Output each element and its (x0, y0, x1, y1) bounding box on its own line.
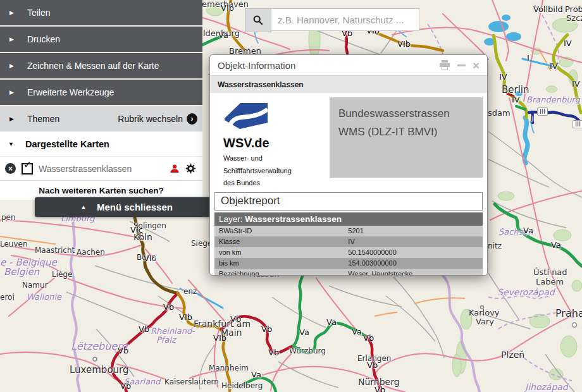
waterway-mdk-vb (367, 337, 381, 392)
minimize-button[interactable] (457, 64, 466, 66)
wsv-org-line: Schifffahrtsverwaltung (223, 166, 330, 176)
waterway-spree-iii (529, 112, 581, 123)
remove-layer-icon[interactable]: × (5, 163, 16, 174)
sidebar-item-label: Erweiterte Werkzeuge (27, 87, 114, 97)
search-button[interactable] (245, 8, 271, 32)
sidebar-section-dargestellte-karten[interactable]: ▼ Dargestellte Karten (0, 132, 202, 157)
dialog-title: Objekt-Information (218, 60, 439, 71)
attribute-row: bis km154.003000000 (214, 258, 483, 269)
sidebar-menu: ▶ Teilen ▶ Drucken ▶ Zeichnen & Messen a… (0, 0, 202, 200)
wsv-org-line: des Bundes (223, 178, 330, 188)
attribute-key: Klasse (219, 238, 348, 246)
search-input[interactable] (271, 8, 419, 31)
wsv-org-line: Wasser- und (223, 154, 330, 163)
chevron-right-icon: ▶ (9, 36, 14, 42)
layer-name-label: Wasserstrassenklassen (39, 164, 164, 174)
wsv-logo-block: WSV.de Wasser- und Schifffahrtsverwaltun… (214, 97, 330, 188)
sidebar-item-label: Drucken (27, 34, 60, 44)
chevron-down-icon: ▼ (8, 141, 14, 147)
rubrik-wechseln-label: Rubrik wechseln (118, 114, 183, 124)
dialog-header[interactable]: Objekt-Information × (210, 55, 487, 75)
search-more-maps-label: Nach weiteren Karten suchen? (39, 186, 163, 195)
waterway-main-va (294, 323, 367, 353)
checkmark-icon: ✓ (23, 159, 32, 171)
wsv-logo-icon (223, 101, 269, 130)
sidebar-item-zeichnen-messen[interactable]: ▶ Zeichnen & Messen auf der Karte (0, 53, 202, 78)
waterway-mosel-vb (112, 293, 178, 392)
chevron-up-icon: ▲ (80, 204, 87, 211)
dialog-subtitle: Wasserstrassenklassen (218, 80, 304, 89)
section-label: Dargestellte Karten (25, 139, 109, 149)
waterway-main-vb (221, 316, 294, 353)
attribute-table: Layer: Wasserstrassenklassen BWaStr-ID52… (214, 212, 483, 276)
dialog-subtitle-bar: Wasserstrassenklassen (210, 75, 487, 93)
sidebar-item-themen[interactable]: ▶ Themen Rubrik wechseln › (0, 106, 202, 132)
close-menu-button[interactable]: ▲ Menü schliessen (35, 197, 218, 217)
attribute-row: BezeichnungWeser, Hauptstrecke (214, 269, 483, 276)
gear-icon (185, 163, 196, 174)
attribute-key: bis km (219, 259, 348, 267)
waterway-va-nw (201, 36, 223, 46)
town-markers (93, 306, 577, 362)
map-search (245, 8, 419, 32)
sidebar-item-drucken[interactable]: ▶ Drucken (0, 27, 202, 52)
sidebar-item-label: Teilen (27, 8, 51, 18)
attribute-key: BWaStr-ID (219, 227, 348, 235)
sidebar-item-teilen[interactable]: ▶ Teilen (0, 0, 202, 25)
close-dialog-button[interactable]: × (473, 59, 480, 71)
attribute-row: KlasseIV (214, 236, 483, 247)
chevron-right-icon: ▶ (9, 9, 14, 16)
chevron-circle-icon: › (187, 113, 197, 125)
layer-row: × ✓ Wasserstrassenklassen (0, 157, 202, 181)
sidebar-item-label: Zeichnen & Messen auf der Karte (27, 61, 159, 71)
sidebar-item-erweiterte-werkzeuge[interactable]: ▶ Erweiterte Werkzeuge (0, 80, 202, 105)
person-icon (170, 164, 180, 174)
attribute-row: BWaStr-ID5201 (214, 226, 483, 236)
layer-settings-button[interactable] (185, 163, 196, 174)
chevron-right-icon: ▶ (9, 63, 14, 69)
waterway-main-va-north (294, 276, 302, 346)
printer-icon (439, 60, 450, 70)
waterway-class-i (523, 59, 553, 66)
waterway-havel-iv (493, 35, 497, 59)
attribute-value: 154.003000000 (348, 259, 396, 267)
layer-prefix: Layer: (219, 214, 245, 224)
attribute-key: von km (219, 248, 348, 257)
object-report-header: Objektreport (214, 192, 483, 211)
wsv-brand: WSV.de (223, 136, 330, 150)
attribute-key: Bezeichnung (219, 270, 348, 276)
print-button[interactable] (439, 60, 450, 70)
close-menu-label: Menü schliessen (97, 202, 173, 212)
geoportal-app: BremerhavenldenburgBremenSzczeBerlinsdam… (0, 0, 582, 392)
waterway-weser-vib (228, 0, 247, 52)
attribute-value: IV (348, 238, 354, 246)
attribute-row: von km50.1540000000 (214, 247, 483, 258)
dialog-body: WSV.de Wasser- und Schifffahrtsverwaltun… (210, 93, 487, 276)
sidebar-item-label: Themen (27, 114, 59, 124)
berlin-lake-chain (524, 118, 528, 163)
chevron-right-icon: ▶ (9, 116, 14, 122)
attribute-value: 50.1540000000 (348, 248, 396, 257)
layer-contact-button[interactable] (170, 164, 180, 174)
chevron-right-icon: ▶ (9, 89, 14, 95)
waterway-iii-spur (532, 112, 533, 123)
rubrik-wechseln-link[interactable]: Rubrik wechseln › (118, 113, 197, 125)
service-title-box: Bundeswasserstrassen WMS (DLZ-IT BMVI) (330, 97, 483, 178)
attribute-value: 5201 (348, 227, 363, 235)
waterway-neckar-va (238, 377, 276, 392)
object-information-dialog: Objekt-Information × Wasserstrassenklass… (209, 54, 488, 276)
search-icon (252, 15, 264, 26)
attribute-table-rows: BWaStr-ID5201KlasseIVvon km50.1540000000… (214, 226, 483, 276)
layer-visibility-checkbox[interactable]: ✓ (22, 163, 33, 175)
layer-value: Wasserstrassenklassen (245, 214, 342, 224)
layer-header-row: Layer: Wasserstrassenklassen (214, 212, 483, 226)
river-lahn (180, 289, 223, 308)
waterway-berlin-vb (507, 94, 514, 96)
attribute-value: Weser, Hauptstrecke (348, 270, 412, 276)
